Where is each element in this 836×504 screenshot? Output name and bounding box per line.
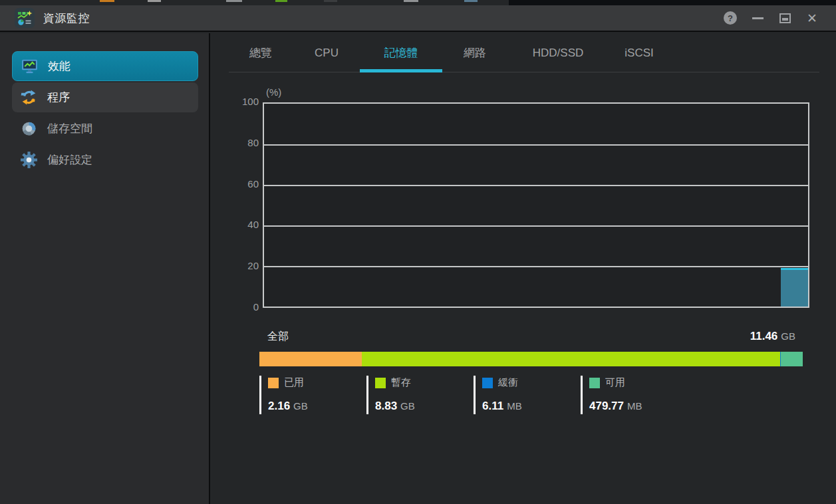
tab-cpu[interactable]: CPU [315,33,339,72]
gridline [264,185,808,186]
memory-segment-暫存 [362,352,780,366]
titlebar: 資源監控 ? ✕ [0,5,836,32]
legend-unit: GB [400,400,415,412]
legend-head: 緩衝 [482,376,575,389]
legend-color-swatch [482,378,493,388]
legend-color-swatch [589,378,600,388]
gridline [264,144,808,146]
legend-value: 2.16GB [268,400,360,413]
legend-color-swatch [375,378,386,388]
sidebar-item-performance[interactable]: 效能 [12,51,198,81]
main-content: 總覽 CPU 記憶體 網路 HDD/SSD iSCSI (%) 02040608… [210,33,836,504]
legend-item: 緩衝6.11MB [474,376,575,414]
memory-legend: 已用2.16GB暫存8.83GB緩衝6.11MB可用479.77MB [210,376,836,416]
sidebar: 效能 程序 [0,33,210,504]
memory-usage-chart [263,102,809,308]
gridline [264,266,808,267]
legend-item: 可用479.77MB [581,376,682,414]
legend-item: 暫存8.83GB [366,376,468,414]
preferences-gear-icon [20,151,38,169]
maximize-icon [779,13,791,23]
screen: 資源監控 ? ✕ [0,0,836,504]
desktop-background-strip [0,0,509,5]
tab-iscsi[interactable]: iSCSI [625,33,653,72]
sidebar-item-storage[interactable]: 儲存空間 [12,114,198,144]
legend-unit: MB [627,400,642,412]
process-cycle-icon [20,88,38,106]
minimize-icon [752,17,764,19]
sidebar-item-process[interactable]: 程序 [12,82,198,112]
legend-color-swatch [268,378,279,388]
desktop-fragment [226,0,242,2]
y-tick-label: 40 [219,219,259,230]
help-icon: ? [724,11,737,25]
sidebar-item-label: 儲存空間 [47,121,92,136]
desktop-fragment [404,0,418,2]
close-button[interactable]: ✕ [804,10,820,26]
tab-memory[interactable]: 記憶體 [384,33,418,72]
tab-overview[interactable]: 總覽 [249,33,272,72]
tab-network[interactable]: 網路 [464,33,486,72]
legend-unit: GB [293,400,308,412]
desktop-fragment [275,0,287,2]
legend-label: 已用 [284,376,304,389]
gridline [264,225,808,227]
desktop-background-strip [509,0,836,5]
legend-head: 已用 [268,376,360,389]
desktop-fragment [464,0,478,2]
memory-segment-已用 [259,352,362,366]
window-body: 效能 程序 [0,33,836,504]
memory-distribution-bar [259,352,803,366]
tab-hdd-ssd[interactable]: HDD/SSD [533,33,584,72]
y-tick-label: 60 [219,178,259,189]
chart-y-axis-unit: (%) [266,86,281,98]
legend-item: 已用2.16GB [259,376,360,414]
memory-total-row: 全部 11.46GB [267,328,795,344]
desktop-fragment [100,0,114,2]
sidebar-item-preferences[interactable]: 偏好設定 [12,145,198,175]
storage-pie-icon [20,120,38,138]
legend-value: 479.77MB [589,400,682,413]
window-controls: ? ✕ [722,10,836,26]
tab-bar: 總覽 CPU 記憶體 網路 HDD/SSD iSCSI [210,33,836,72]
y-tick-label: 0 [219,301,259,313]
help-button[interactable]: ? [722,10,738,26]
legend-head: 暫存 [375,376,468,389]
legend-label: 可用 [605,376,625,389]
resource-monitor-window: 資源監控 ? ✕ [0,5,836,504]
legend-label: 緩衝 [498,376,518,389]
legend-value: 8.83GB [375,400,468,413]
memory-segment-可用 [781,352,803,366]
y-tick-label: 100 [219,96,259,107]
sidebar-item-label: 效能 [48,59,70,74]
y-tick-label: 80 [219,137,259,148]
legend-unit: MB [507,400,522,412]
resource-monitor-app-icon [15,8,35,28]
sidebar-item-label: 程序 [47,90,70,105]
legend-head: 可用 [589,376,682,389]
memory-total-value: 11.46GB [750,330,795,343]
desktop-fragment [324,0,337,2]
y-tick-label: 20 [219,260,259,271]
desktop-fragment [148,0,161,2]
window-title: 資源監控 [43,11,90,26]
performance-monitor-icon [21,57,39,75]
legend-label: 暫存 [391,376,411,389]
sidebar-item-label: 偏好設定 [47,152,92,168]
close-icon: ✕ [807,12,817,25]
active-tab-underline [360,69,442,72]
maximize-button[interactable] [777,10,793,26]
memory-usage-bar [781,268,808,307]
memory-total-unit: GB [781,330,795,342]
minimize-button[interactable] [750,10,766,26]
legend-value: 6.11MB [482,400,575,413]
memory-total-label: 全部 [267,330,289,344]
